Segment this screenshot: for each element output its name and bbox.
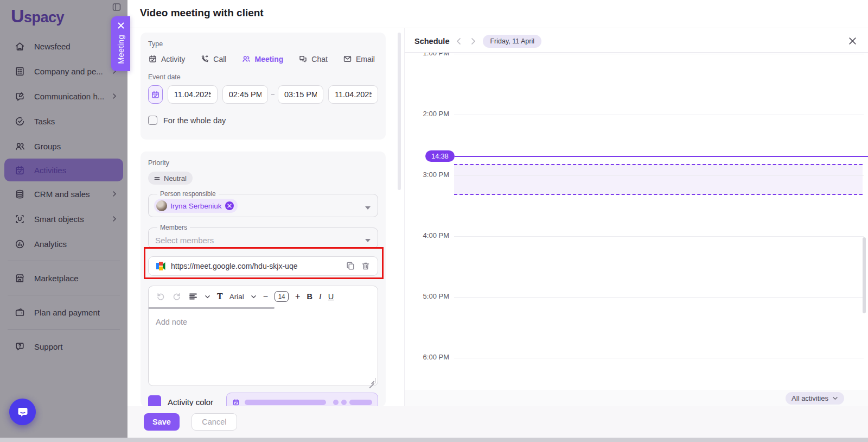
type-option-chat[interactable]: Chat	[298, 54, 328, 64]
chat-bubble-icon	[16, 406, 29, 419]
whole-day-label: For the whole day	[163, 116, 226, 125]
font-caret-icon[interactable]	[251, 294, 257, 300]
type-option-label: Call	[213, 55, 226, 64]
font-size-value[interactable]: 14	[275, 291, 289, 302]
italic-button[interactable]: I	[319, 292, 322, 301]
members-placeholder: Select members	[154, 232, 372, 245]
person-chip: Iryna Serbeniuk	[154, 199, 238, 213]
chevron-down-icon	[832, 395, 838, 401]
form-scrollbar[interactable]	[398, 33, 401, 190]
calendar-mini-icon	[232, 399, 240, 406]
type-option-activity[interactable]: Activity	[148, 54, 185, 64]
note-textarea[interactable]	[149, 310, 378, 386]
activity-color-swatch[interactable]	[148, 395, 161, 406]
envelope-icon	[343, 54, 352, 64]
end-date-input[interactable]	[328, 85, 378, 104]
modal-backdrop[interactable]	[0, 0, 127, 442]
event-date-label: Event date	[148, 73, 378, 81]
priority-label: Priority	[148, 159, 378, 167]
calendar-picker-button[interactable]	[148, 85, 163, 104]
type-option-label: Email	[356, 55, 375, 64]
preview-skeleton-dots	[333, 400, 372, 405]
modal-title: Video meeting with client	[140, 7, 264, 19]
close-icon[interactable]	[848, 36, 857, 46]
hour-gridline	[454, 297, 864, 298]
priority-chip[interactable]: Neutral	[148, 172, 193, 185]
whole-day-row[interactable]: For the whole day	[148, 116, 378, 125]
time-range-dash	[271, 94, 275, 95]
start-time-input[interactable]	[222, 85, 268, 104]
activity-color-row: Activity color	[148, 393, 378, 406]
align-left-icon[interactable]	[188, 292, 198, 301]
undo-icon[interactable]	[156, 292, 165, 301]
hour-label: 6:00 PM	[409, 353, 449, 361]
meet-link-url[interactable]: https://meet.google.com/hdu-skjx-uqe	[171, 262, 340, 270]
activities-filter-dropdown[interactable]: All activities	[786, 392, 844, 405]
resize-handle[interactable]	[370, 378, 375, 383]
align-caret-icon[interactable]	[205, 294, 210, 300]
redo-icon[interactable]	[172, 292, 182, 301]
type-option-label: Chat	[311, 55, 328, 64]
selected-time-slot	[454, 164, 863, 195]
type-option-meeting[interactable]: Meeting	[241, 54, 283, 64]
next-day-icon[interactable]	[469, 37, 477, 46]
person-name: Iryna Serbeniuk	[170, 202, 222, 210]
person-responsible-legend: Person responsible	[157, 190, 219, 198]
members-field[interactable]: Members Select members	[148, 224, 378, 249]
calendar-icon	[148, 54, 157, 64]
google-meet-icon	[156, 261, 165, 271]
underline-button[interactable]: U	[328, 292, 334, 301]
app-root: Uspacy Newsfeed Company and pe... Commun…	[0, 0, 868, 442]
schedule-footer: All activities	[405, 390, 868, 406]
copy-icon[interactable]	[346, 261, 355, 271]
remove-person-icon[interactable]	[225, 201, 234, 210]
type-option-call[interactable]: Call	[200, 54, 226, 64]
hour-label: 5:00 PM	[409, 292, 449, 300]
dropdown-caret-icon[interactable]	[365, 239, 371, 242]
end-time-input[interactable]	[278, 85, 323, 104]
chat-widget-button[interactable]	[9, 399, 36, 425]
start-date-input[interactable]	[168, 85, 218, 104]
schedule-body[interactable]: 1:00 PM 2:00 PM 3:00 PM 4:00 PM 5:00 PM …	[405, 53, 868, 390]
priority-value: Neutral	[164, 174, 187, 182]
whole-day-checkbox[interactable]	[148, 116, 157, 125]
modal-header: Video meeting with client	[127, 0, 868, 28]
hour-label: 4:00 PM	[409, 231, 449, 239]
trash-icon[interactable]	[361, 261, 371, 271]
activity-color-label: Activity color	[168, 397, 213, 407]
hour-label: 3:00 PM	[409, 171, 449, 179]
activities-filter-label: All activities	[792, 394, 828, 402]
equals-icon	[154, 175, 160, 181]
schedule-panel: Schedule Friday, 11 April 1:00 PM 2:00 P…	[405, 28, 868, 406]
font-size-increase-button[interactable]: +	[295, 292, 300, 301]
text-color-button[interactable]: T	[217, 292, 223, 301]
cancel-button[interactable]: Cancel	[192, 413, 237, 431]
toolbar-scrollbar[interactable]	[149, 307, 275, 309]
preview-skeleton-bar	[245, 400, 326, 405]
schedule-date-pill[interactable]: Friday, 11 April	[483, 35, 541, 48]
close-tab-icon[interactable]	[117, 22, 125, 29]
hour-label: 1:00 PM	[409, 53, 449, 57]
font-family-select[interactable]: Arial	[229, 293, 244, 301]
hour-label: 2:00 PM	[409, 110, 449, 118]
phone-icon	[200, 54, 209, 64]
type-options: Activity Call Meeting Chat	[148, 54, 378, 64]
type-date-card: Type Activity Call Meeting	[141, 33, 386, 140]
save-button[interactable]: Save	[144, 413, 180, 431]
schedule-scrollbar[interactable]	[863, 237, 866, 313]
type-option-label: Meeting	[254, 55, 283, 64]
type-option-email[interactable]: Email	[343, 54, 375, 64]
people-icon	[241, 54, 251, 64]
font-size-decrease-button[interactable]: −	[263, 292, 268, 301]
person-responsible-field[interactable]: Person responsible Iryna Serbeniuk	[148, 190, 378, 217]
bold-button[interactable]: B	[307, 292, 312, 301]
hour-gridline	[454, 115, 864, 115]
meeting-tab-label: Meeting	[117, 35, 125, 64]
dropdown-caret-icon[interactable]	[365, 206, 371, 210]
meeting-side-tab[interactable]: Meeting	[111, 16, 130, 71]
meet-link-row[interactable]: https://meet.google.com/hdu-skjx-uqe	[148, 256, 378, 276]
activity-color-preview	[226, 393, 378, 406]
chat-bubbles-icon	[298, 54, 308, 64]
hour-gridline	[454, 54, 864, 54]
prev-day-icon[interactable]	[455, 37, 463, 46]
